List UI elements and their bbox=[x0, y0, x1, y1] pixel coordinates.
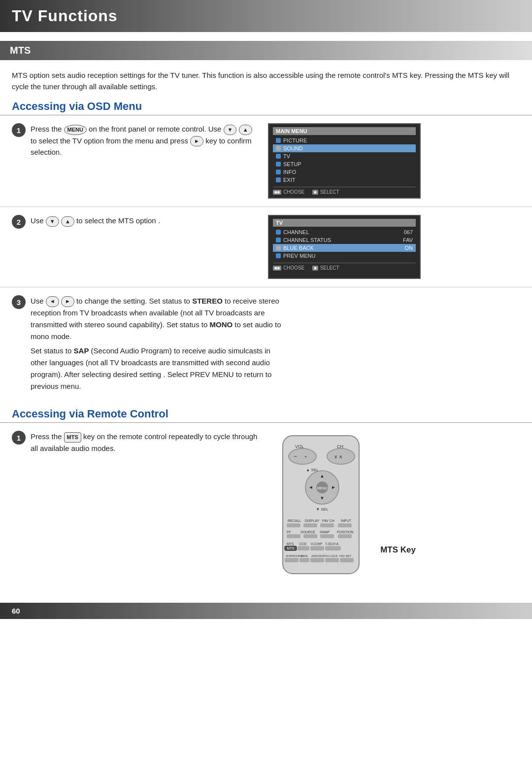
step-3-circle: 3 bbox=[12, 295, 26, 309]
svg-rect-24 bbox=[338, 523, 352, 527]
svg-rect-47 bbox=[285, 558, 299, 562]
svg-rect-21 bbox=[287, 523, 300, 527]
osd-footer-1: ■■ CHOOSE ■ SELECT bbox=[273, 187, 416, 195]
svg-text:CH LOCK: CH LOCK bbox=[325, 554, 338, 557]
confirm-button-icon: ► bbox=[190, 136, 203, 146]
svg-rect-40 bbox=[310, 546, 324, 551]
svg-text:FF: FF bbox=[287, 530, 291, 534]
remote-step-1-circle: 1 bbox=[12, 431, 26, 445]
svg-text:−: − bbox=[294, 453, 297, 460]
svg-text:▼ SEL: ▼ SEL bbox=[316, 507, 329, 512]
osd-title-2: TV bbox=[273, 219, 416, 227]
nav-down-icon: ▼ bbox=[224, 125, 237, 135]
svg-text:POSITION: POSITION bbox=[337, 530, 353, 534]
svg-rect-48 bbox=[299, 558, 309, 562]
right-arrow-icon: ► bbox=[61, 296, 74, 307]
step-2-left: 2 Use ▼ ▲ to select the MTS option . bbox=[12, 215, 258, 229]
svg-text:T-SCH A: T-SCH A bbox=[325, 542, 339, 546]
svg-rect-32 bbox=[338, 534, 352, 538]
svg-text:V-CHIP: V-CHIP bbox=[311, 542, 323, 546]
page-header: TV Functions bbox=[0, 0, 532, 32]
remote-step-1-right: VOL CH − + ∨ ∧ ▲ SEL ▲ ◄ ► ▼ M bbox=[268, 431, 426, 585]
step-2-row: 2 Use ▼ ▲ to select the MTS option . TV … bbox=[0, 207, 532, 287]
svg-text:DISPLAY: DISPLAY bbox=[305, 519, 319, 522]
osd-row-channel-status: CHANNEL STATUSFAV bbox=[273, 236, 416, 244]
osd-title-1: MAIN MENU bbox=[273, 127, 416, 135]
mts-key-icon: MTS bbox=[64, 432, 81, 443]
svg-rect-50 bbox=[325, 558, 339, 562]
svg-rect-49 bbox=[310, 558, 324, 562]
svg-text:MDE: MDE bbox=[301, 554, 308, 557]
nav-up2-icon: ▲ bbox=[61, 216, 74, 227]
remote-control-svg: VOL CH − + ∨ ∧ ▲ SEL ▲ ◄ ► ▼ M bbox=[268, 431, 376, 584]
remote-menu-title: Accessing via Remote Control bbox=[0, 403, 532, 423]
svg-text:RECALL: RECALL bbox=[288, 519, 301, 522]
osd-item-info: INFO bbox=[273, 168, 416, 176]
osd-row-prev-menu: PREV MENU bbox=[273, 252, 416, 260]
svg-text:ADD/SKIP: ADD/SKIP bbox=[311, 554, 325, 557]
svg-point-3 bbox=[289, 448, 316, 464]
page-number: 60 bbox=[12, 607, 20, 615]
svg-text:▼: ▼ bbox=[320, 495, 325, 501]
osd-row-channel: CHANNEL067 bbox=[273, 228, 416, 236]
nav-up-icon: ▲ bbox=[239, 125, 252, 135]
svg-rect-22 bbox=[303, 523, 317, 527]
step-1-left: 1 Press the MENU on the front panel or r… bbox=[12, 123, 258, 160]
svg-text:MENU: MENU bbox=[317, 486, 328, 490]
svg-rect-30 bbox=[303, 534, 317, 538]
mts-intro: MTS option sets audio reception settings… bbox=[0, 65, 532, 95]
svg-text:INPUT: INPUT bbox=[341, 519, 352, 522]
mts-heading: MTS bbox=[10, 45, 522, 56]
svg-text:FAV SET: FAV SET bbox=[339, 554, 352, 557]
osd-item-exit: EXIT bbox=[273, 176, 416, 184]
remote-step-1-left: 1 Press the MTS key on the remote contro… bbox=[12, 431, 258, 456]
svg-rect-29 bbox=[287, 534, 300, 538]
osd-item-tv: TV bbox=[273, 152, 416, 160]
svg-text:►: ► bbox=[331, 484, 336, 490]
osd-row-blue-back: BLUE BACKON bbox=[273, 244, 416, 252]
step-2-circle: 2 bbox=[12, 215, 26, 229]
remote-image-wrap: VOL CH − + ∨ ∧ ▲ SEL ▲ ◄ ► ▼ M bbox=[268, 431, 376, 585]
svg-rect-31 bbox=[320, 534, 334, 538]
svg-text:∨ ∧: ∨ ∧ bbox=[334, 454, 342, 459]
osd-screen-1: MAIN MENU PICTURE SOUND TV SETUP INFO EX… bbox=[268, 123, 421, 199]
svg-rect-51 bbox=[340, 558, 354, 562]
remote-step-1-row: 1 Press the MTS key on the remote contro… bbox=[0, 423, 532, 593]
mts-key-label: MTS Key bbox=[380, 545, 416, 555]
svg-text:MTS: MTS bbox=[287, 547, 295, 550]
svg-text:CCD: CCD bbox=[299, 542, 306, 546]
svg-rect-23 bbox=[320, 523, 334, 527]
svg-text:SOURCE: SOURCE bbox=[300, 530, 315, 534]
osd-menu-title: Accessing via OSD Menu bbox=[0, 95, 532, 115]
page-footer: 60 bbox=[0, 603, 532, 619]
step-3-row: 3 Use ◄ ► to change the setting. Set sta… bbox=[0, 287, 532, 403]
osd-item-sound: SOUND bbox=[273, 144, 416, 152]
svg-text:◄: ◄ bbox=[308, 484, 313, 490]
svg-text:FAV CH: FAV CH bbox=[322, 519, 334, 522]
osd-item-setup: SETUP bbox=[273, 160, 416, 168]
step-2-text: Use ▼ ▲ to select the MTS option . bbox=[31, 215, 258, 227]
svg-text:MTS: MTS bbox=[287, 542, 294, 546]
page-title: TV Functions bbox=[12, 7, 520, 25]
svg-rect-39 bbox=[298, 546, 309, 551]
step-2-right: TV CHANNEL067 CHANNEL STATUSFAV BLUE BAC… bbox=[268, 215, 426, 279]
svg-text:▲: ▲ bbox=[320, 473, 325, 479]
osd-screen-2: TV CHANNEL067 CHANNEL STATUSFAV BLUE BAC… bbox=[268, 215, 421, 279]
nav-down2-icon: ▼ bbox=[46, 216, 59, 227]
menu-button-icon: MENU bbox=[64, 125, 87, 135]
osd-footer-2: ■■ CHOOSE ■ SELECT bbox=[273, 263, 416, 271]
step-3-left: 3 Use ◄ ► to change the setting. Set sta… bbox=[12, 295, 288, 395]
step-3-text: Use ◄ ► to change the setting. Set statu… bbox=[31, 295, 288, 392]
mts-section-header: MTS bbox=[0, 41, 532, 60]
step-1-right: MAIN MENU PICTURE SOUND TV SETUP INFO EX… bbox=[268, 123, 426, 199]
svg-rect-41 bbox=[325, 546, 341, 551]
svg-text:+: + bbox=[304, 454, 307, 459]
left-arrow-icon: ◄ bbox=[46, 296, 59, 307]
step-1-text: Press the MENU on the front panel or rem… bbox=[31, 123, 258, 158]
step-1-row: 1 Press the MENU on the front panel or r… bbox=[0, 115, 532, 207]
osd-item-picture: PICTURE bbox=[273, 137, 416, 144]
step-1-circle: 1 bbox=[12, 123, 26, 137]
remote-step-1-text: Press the MTS key on the remote control … bbox=[31, 431, 258, 454]
svg-text:SWAP: SWAP bbox=[320, 530, 330, 534]
svg-text:SURROUND: SURROUND bbox=[286, 554, 303, 557]
